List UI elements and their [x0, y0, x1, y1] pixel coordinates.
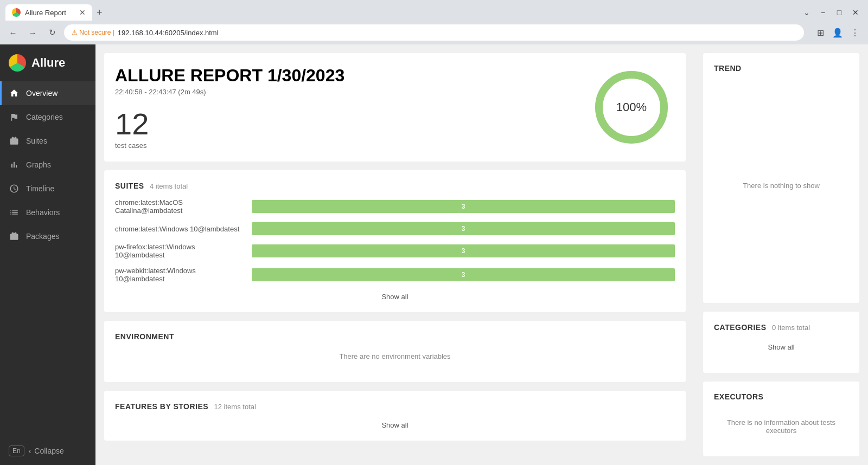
suite-bar-container: 3 — [252, 200, 675, 213]
back-button[interactable]: ← — [5, 25, 21, 40]
forward-button[interactable]: → — [25, 25, 40, 40]
list-icon — [9, 207, 20, 218]
suites-title: SUITES — [115, 182, 144, 190]
sidebar: Allure Overview Categories Suites — [0, 44, 95, 465]
test-count-block: 12 test cases — [115, 109, 344, 150]
sidebar-item-label: Timeline — [26, 184, 54, 193]
url-bar[interactable]: ⚠ Not secure | 192.168.10.44:60205/index… — [64, 24, 804, 41]
suites-subtitle: 4 items total — [150, 182, 188, 190]
refresh-button[interactable]: ↻ — [44, 25, 60, 40]
features-header: FEATURES BY STORIES 12 items total — [115, 402, 675, 411]
close-button[interactable]: ✕ — [847, 4, 864, 21]
tab-label: Allure Report — [25, 9, 66, 17]
tab-close-button[interactable]: ✕ — [79, 8, 86, 17]
sidebar-logo: Allure — [0, 44, 95, 81]
donut-chart: 100% — [588, 64, 675, 151]
executors-title: EXECUTORS — [714, 392, 848, 401]
categories-card: CATEGORIES 0 items total Show all — [703, 312, 859, 373]
overview-title: ALLURE REPORT 1/30/2023 — [115, 66, 344, 86]
left-panel: ALLURE REPORT 1/30/2023 22:40:58 - 22:43… — [95, 44, 694, 465]
suite-bar-container: 3 — [252, 222, 675, 235]
suite-row-1: chrome:latest:MacOS Catalina@lambdatest … — [115, 198, 675, 215]
environment-card: ENVIRONMENT There are no environment var… — [104, 321, 686, 382]
minimize-button[interactable]: − — [815, 4, 831, 21]
sidebar-item-label: Suites — [26, 137, 47, 145]
test-count-label: test cases — [115, 141, 344, 150]
active-tab[interactable]: Allure Report ✕ — [5, 4, 92, 21]
sidebar-item-overview[interactable]: Overview — [0, 81, 95, 105]
features-card: FEATURES BY STORIES 12 items total Show … — [104, 391, 686, 441]
app-body: Allure Overview Categories Suites — [0, 44, 868, 465]
donut-label: 100% — [616, 100, 647, 114]
suite-bar: 3 — [252, 200, 675, 213]
executors-empty-message: There is no information about tests exec… — [714, 408, 848, 445]
features-show-all: Show all — [115, 420, 675, 430]
sidebar-item-behaviors[interactable]: Behaviors — [0, 201, 95, 224]
suite-name: pw-firefox:latest:Windows 10@lambdatest — [115, 243, 245, 259]
new-tab-button[interactable]: + — [92, 7, 107, 18]
language-badge[interactable]: En — [9, 445, 24, 456]
tab-list-button[interactable]: ⌄ — [799, 4, 815, 21]
maximize-button[interactable]: □ — [831, 4, 847, 21]
sidebar-item-label: Overview — [26, 89, 58, 98]
trend-empty-message: There is nothing to show — [714, 79, 848, 292]
logo-icon — [9, 54, 26, 72]
clock-icon — [9, 183, 20, 194]
suite-name: chrome:latest:Windows 10@lambdatest — [115, 225, 245, 233]
sidebar-footer: En ‹ Collapse — [0, 437, 95, 465]
sidebar-item-label: Behaviors — [26, 208, 60, 217]
sidebar-nav: Overview Categories Suites Graphs — [0, 81, 95, 437]
briefcase-icon — [9, 135, 20, 146]
categories-title: CATEGORIES — [714, 323, 767, 332]
overview-header: ALLURE REPORT 1/30/2023 22:40:58 - 22:43… — [115, 64, 675, 151]
suite-row-2: chrome:latest:Windows 10@lambdatest 3 — [115, 222, 675, 235]
overview-time: 22:40:58 - 22:43:47 (2m 49s) — [115, 88, 344, 96]
categories-header: CATEGORIES 0 items total — [714, 322, 848, 332]
sidebar-item-label: Graphs — [26, 160, 51, 169]
suite-bar: 3 — [252, 222, 675, 235]
features-show-all-link[interactable]: Show all — [381, 421, 408, 429]
suites-header: SUITES 4 items total — [115, 181, 675, 191]
menu-button[interactable]: ⋮ — [847, 25, 863, 40]
suite-row-3: pw-firefox:latest:Windows 10@lambdatest … — [115, 243, 675, 259]
overview-card: ALLURE REPORT 1/30/2023 22:40:58 - 22:43… — [104, 53, 686, 162]
categories-subtitle: 0 items total — [772, 324, 810, 332]
suite-bar: 3 — [252, 268, 675, 281]
security-indicator: ⚠ Not secure | — [72, 29, 114, 36]
profile-button[interactable]: 👤 — [830, 25, 845, 40]
environment-title: ENVIRONMENT — [115, 332, 174, 341]
sidebar-item-graphs[interactable]: Graphs — [0, 153, 95, 177]
suite-bar: 3 — [252, 244, 675, 257]
environment-empty-message: There are no environment variables — [115, 341, 675, 371]
bar-chart-icon — [9, 159, 20, 170]
trend-card: TREND There is nothing to show — [703, 53, 859, 303]
executors-card: EXECUTORS There is no information about … — [703, 382, 859, 456]
features-title: FEATURES BY STORIES — [115, 402, 208, 411]
browser-chrome: Allure Report ✕ + ⌄ − □ ✕ ← → ↻ ⚠ Not se… — [0, 0, 868, 44]
suites-show-all: Show all — [115, 292, 675, 301]
package-icon — [9, 231, 20, 242]
browser-actions: ⊞ 👤 ⋮ — [813, 25, 863, 40]
tab-favicon — [12, 8, 21, 17]
tab-bar: Allure Report ✕ + ⌄ − □ ✕ — [0, 0, 868, 21]
overview-info: ALLURE REPORT 1/30/2023 22:40:58 - 22:43… — [115, 66, 344, 150]
main-content: ALLURE REPORT 1/30/2023 22:40:58 - 22:43… — [95, 44, 868, 465]
chevron-left-icon: ‹ — [29, 447, 31, 455]
test-count-number: 12 — [115, 109, 344, 139]
categories-show-all: Show all — [714, 332, 848, 362]
flag-icon — [9, 112, 20, 122]
sidebar-item-categories[interactable]: Categories — [0, 105, 95, 129]
collapse-button[interactable]: ‹ Collapse — [29, 447, 64, 455]
categories-show-all-link[interactable]: Show all — [768, 343, 794, 351]
sidebar-item-packages[interactable]: Packages — [0, 224, 95, 248]
logo-text: Allure — [31, 56, 65, 70]
sidebar-item-suites[interactable]: Suites — [0, 129, 95, 153]
sidebar-item-timeline[interactable]: Timeline — [0, 177, 95, 201]
suites-card: SUITES 4 items total chrome:latest:MacOS… — [104, 170, 686, 312]
extensions-button[interactable]: ⊞ — [813, 25, 828, 40]
features-subtitle: 12 items total — [214, 403, 256, 411]
suites-show-all-link[interactable]: Show all — [381, 293, 408, 301]
window-controls: ⌄ − □ ✕ — [799, 4, 868, 21]
right-panel: TREND There is nothing to show CATEGORIE… — [694, 44, 868, 465]
address-bar: ← → ↻ ⚠ Not secure | 192.168.10.44:60205… — [0, 21, 868, 44]
